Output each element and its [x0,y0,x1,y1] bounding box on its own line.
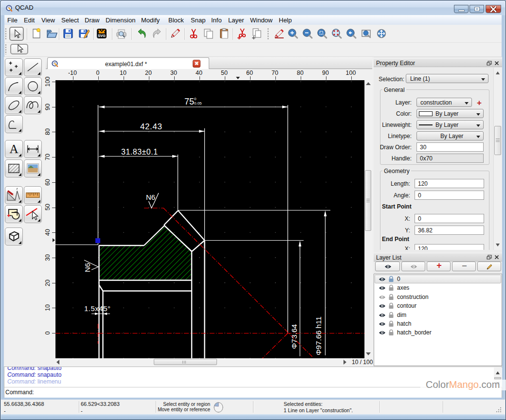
svg-text:Φ97.66 h11: Φ97.66 h11 [314,316,323,355]
svg-text:Φ73.64: Φ73.64 [290,324,298,349]
svg-text:SVG: SVG [98,34,106,38]
svg-text:0: 0 [194,97,197,101]
svg-text:75: 75 [184,97,194,106]
svg-text:31.83±0.1: 31.83±0.1 [121,148,158,156]
svg-text:1.5x45°: 1.5x45° [84,304,111,313]
svg-text:42.43: 42.43 [140,122,163,131]
svg-text:N6: N6 [146,193,155,201]
svg-text:N6: N6 [83,263,91,272]
svg-text:A: A [9,142,18,156]
svg-text:0.05: 0.05 [194,101,202,105]
